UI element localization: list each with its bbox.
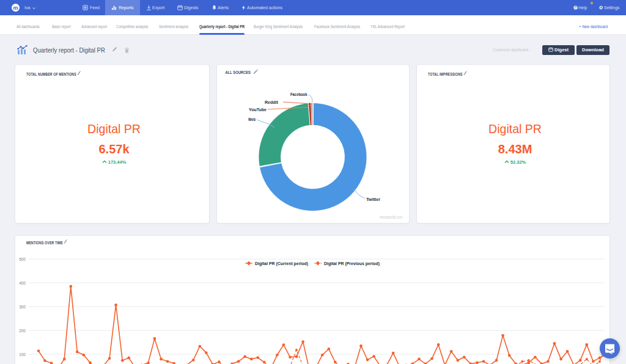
svg-text:Reddit: Reddit — [265, 100, 278, 104]
svg-text:ALL SOURCES: ALL SOURCES — [226, 70, 251, 75]
svg-text:Twitter: Twitter — [366, 197, 380, 202]
svg-text:mediatoolkit.com: mediatoolkit.com — [380, 215, 402, 219]
svg-text:Facebook: Facebook — [290, 92, 307, 96]
svg-text:YouTube: YouTube — [249, 107, 267, 112]
svg-text:Web: Web — [248, 117, 256, 122]
svg-text:?: ? — [575, 5, 576, 9]
